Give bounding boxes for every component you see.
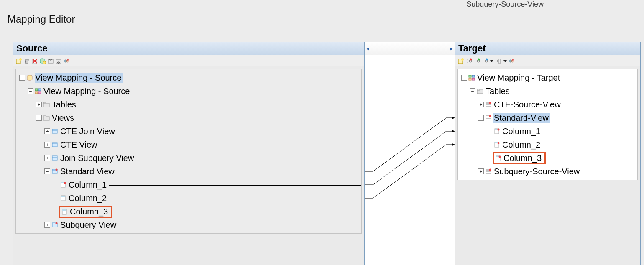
dropdown-icon[interactable] xyxy=(490,60,493,62)
expand-icon[interactable]: + xyxy=(478,102,484,107)
collapse-icon[interactable]: − xyxy=(461,75,467,81)
svg-rect-15 xyxy=(38,92,41,94)
col-icon xyxy=(60,195,66,201)
tree-node-label[interactable]: Tables xyxy=(51,100,77,110)
map-blue-icon[interactable] xyxy=(481,58,488,64)
collapse-icon[interactable]: − xyxy=(28,88,33,94)
tree-node-label[interactable]: Standard View xyxy=(60,167,116,176)
tree-node[interactable]: Column_2 xyxy=(458,138,637,151)
collapse-icon[interactable]: − xyxy=(470,88,475,94)
tree-node[interactable]: +Tables xyxy=(16,98,361,111)
tree-node[interactable]: Column_1 xyxy=(16,178,361,191)
tree-node[interactable]: −Standard-View xyxy=(458,111,637,125)
tree-node-label[interactable]: Views xyxy=(51,113,75,123)
map-right-arrow-icon[interactable]: ▸ xyxy=(450,45,453,52)
tree-node-label[interactable]: CTE View xyxy=(60,140,99,150)
import-icon[interactable] xyxy=(55,58,62,64)
trash-icon[interactable] xyxy=(23,58,30,64)
svg-rect-38 xyxy=(62,209,66,211)
svg-point-49 xyxy=(478,59,480,61)
tree-node-label[interactable]: CTE Join View xyxy=(60,127,116,136)
tree-node[interactable]: Column_3 xyxy=(458,151,637,165)
source-tree-area: −View Mapping - Source−View Mapping - So… xyxy=(13,66,364,265)
mapping-lines-svg xyxy=(365,55,455,265)
collapse-icon[interactable]: − xyxy=(36,115,42,121)
tree-node-label[interactable]: Join Subquery View xyxy=(60,153,135,163)
db-add-icon[interactable] xyxy=(39,58,46,64)
tree-node[interactable]: +Subquery View xyxy=(16,218,361,232)
tree-node[interactable]: +CTE Join View xyxy=(16,125,361,138)
tree-node[interactable]: −Standard View xyxy=(16,165,361,178)
svg-point-76 xyxy=(498,142,500,144)
tree-node-label[interactable]: Column_2 xyxy=(68,194,108,203)
expand-icon[interactable]: + xyxy=(44,142,50,148)
editor-title: Mapping Editor xyxy=(8,13,75,25)
tree-node-label[interactable]: Tables xyxy=(485,87,511,96)
export-icon[interactable] xyxy=(47,58,54,64)
folder-icon xyxy=(43,101,50,108)
svg-point-34 xyxy=(64,182,66,184)
svg-rect-60 xyxy=(472,78,475,80)
map-green-icon[interactable] xyxy=(473,58,480,64)
dropdown-icon[interactable] xyxy=(503,60,507,62)
map-red-icon[interactable] xyxy=(465,58,472,64)
svg-point-73 xyxy=(498,129,500,131)
tree-node[interactable]: +Join Subquery View xyxy=(16,151,361,165)
tree-node-label[interactable]: Standard-View xyxy=(493,113,550,123)
expand-icon[interactable]: + xyxy=(478,168,484,174)
tree-node-label[interactable]: View Mapping - Source xyxy=(35,73,123,83)
source-tree[interactable]: −View Mapping - Source−View Mapping - So… xyxy=(15,69,362,234)
tree-node-label[interactable]: Column_1 xyxy=(502,127,542,136)
tree-node-label[interactable]: View Mapping - Source xyxy=(43,87,131,96)
tree-node[interactable]: Column_1 xyxy=(458,125,637,138)
svg-point-66 xyxy=(489,102,491,104)
svg-point-43 xyxy=(461,58,464,61)
tree-node[interactable]: +CTE-Source-View xyxy=(458,98,637,111)
settings-icon[interactable] xyxy=(508,58,515,64)
expand-icon[interactable]: + xyxy=(44,222,50,228)
target-tree[interactable]: −View Mapping - Target−Tables+CTE-Source… xyxy=(457,69,638,180)
svg-point-83 xyxy=(489,169,491,171)
view-icon xyxy=(51,128,58,135)
remnant-tab-label: Subquery-Source-View xyxy=(466,0,544,9)
svg-point-41 xyxy=(56,222,58,224)
view-red-icon xyxy=(51,222,58,228)
tree-node-label[interactable]: Column_3 xyxy=(503,153,543,163)
tree-node[interactable]: +CTE View xyxy=(16,138,361,151)
editor-body: Source −View Mapping - Source−View Mappi… xyxy=(13,42,641,265)
delete-x-icon[interactable] xyxy=(31,58,38,64)
tree-node-label[interactable]: View Mapping - Target xyxy=(477,73,561,83)
collapse-icon[interactable]: − xyxy=(19,75,25,81)
tree-node-label[interactable]: CTE-Source-View xyxy=(493,100,562,110)
svg-rect-2 xyxy=(25,59,29,60)
tree-node-label[interactable]: Column_2 xyxy=(502,140,542,150)
tree-node-label[interactable]: Column_1 xyxy=(68,180,108,190)
pick-icon[interactable] xyxy=(495,58,501,64)
new-icon[interactable] xyxy=(15,58,22,64)
tree-node[interactable]: Column_3 xyxy=(16,205,361,218)
tree-node[interactable]: −Views xyxy=(16,111,361,125)
source-toolbar xyxy=(13,55,364,66)
collapse-icon[interactable]: − xyxy=(478,115,484,121)
tree-node[interactable]: −View Mapping - Source xyxy=(16,84,361,98)
expand-icon[interactable]: + xyxy=(44,128,50,134)
svg-point-50 xyxy=(482,60,484,62)
svg-rect-19 xyxy=(43,116,46,117)
col-icon xyxy=(61,209,68,215)
tree-node-label[interactable]: Subquery View xyxy=(60,220,118,230)
new-icon[interactable] xyxy=(457,58,464,64)
expand-icon[interactable]: + xyxy=(36,102,42,107)
collapse-icon[interactable]: − xyxy=(44,168,50,174)
expand-icon[interactable]: + xyxy=(44,155,50,161)
tree-node[interactable]: −Tables xyxy=(458,84,637,98)
settings-icon[interactable] xyxy=(63,58,70,64)
map-left-arrow-icon[interactable]: ◂ xyxy=(366,45,369,52)
tree-node-label[interactable]: Column_3 xyxy=(69,207,109,216)
tree-node[interactable]: −View Mapping - Source xyxy=(16,71,361,84)
tree-node[interactable]: Column_2 xyxy=(16,191,361,205)
svg-point-52 xyxy=(486,59,488,61)
mapping-line xyxy=(109,199,361,199)
tree-node[interactable]: −View Mapping - Target xyxy=(458,71,637,84)
tree-node-label[interactable]: Subquery-Source-View xyxy=(493,167,581,176)
tree-node[interactable]: +Subquery-Source-View xyxy=(458,165,637,178)
